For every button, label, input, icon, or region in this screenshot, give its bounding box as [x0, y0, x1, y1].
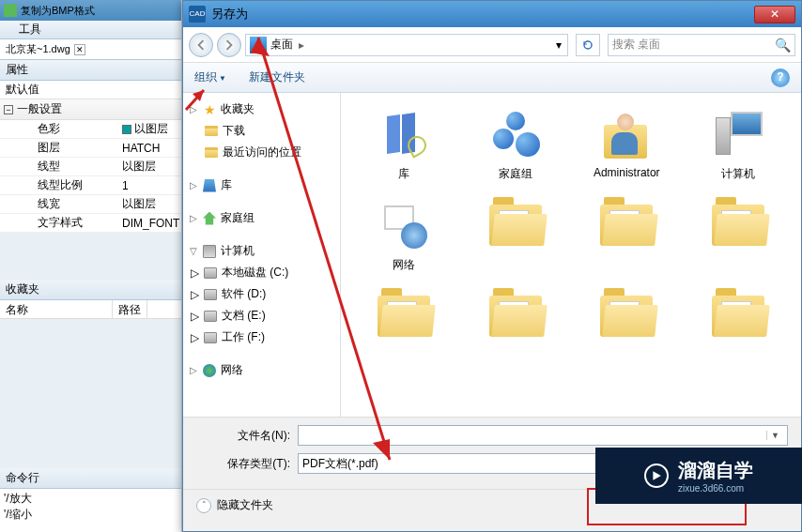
- file-item[interactable]: Administrator: [573, 102, 681, 186]
- toolbar: 组织▼ 新建文件夹 ?: [183, 63, 801, 93]
- help-button[interactable]: ?: [771, 68, 790, 87]
- file-item[interactable]: [685, 284, 793, 352]
- expand-icon[interactable]: ▷: [191, 331, 199, 344]
- organize-button[interactable]: 组织▼: [194, 69, 226, 85]
- new-folder-button[interactable]: 新建文件夹: [249, 69, 305, 85]
- properties-default[interactable]: 默认值: [0, 81, 181, 99]
- folder-icon: [486, 288, 546, 344]
- desktop-icon: [250, 37, 267, 53]
- tree-disk-e[interactable]: ▷ 文档 (E:): [187, 305, 336, 327]
- filename-label: 文件名(N):: [196, 428, 298, 444]
- menu-bar[interactable]: 工具: [0, 21, 181, 39]
- properties-header: 属性: [0, 60, 181, 81]
- close-icon[interactable]: ✕: [74, 44, 85, 55]
- property-row[interactable]: 线宽以图层: [0, 195, 181, 214]
- cmd-line-1: '/缩小: [4, 507, 177, 523]
- general-settings-section[interactable]: − 一般设置: [0, 99, 181, 120]
- expand-icon[interactable]: ▷: [191, 266, 199, 280]
- library-icon: [202, 178, 217, 193]
- tree-recent[interactable]: 最近访问的位置: [187, 142, 336, 163]
- tree-computer[interactable]: ▽ 计算机: [187, 240, 336, 262]
- forward-button[interactable]: [217, 33, 241, 57]
- titlebar-hint: 复制为BMP格式: [21, 4, 95, 18]
- file-grid: 库家庭组Administrator计算机网络: [350, 102, 792, 352]
- properties-table: 色彩以图层图层HATCH线型以图层线型比例1线宽以图层文字样式DIM_FONT: [0, 120, 181, 233]
- disk-icon: [203, 266, 218, 281]
- folder-icon: [596, 197, 656, 253]
- star-icon: ★: [202, 102, 217, 117]
- homegroup-icon: [202, 211, 217, 226]
- chevron-right-icon[interactable]: ▸: [293, 38, 310, 52]
- watermark-sub: zixue.3d66.com: [678, 483, 753, 494]
- property-row[interactable]: 色彩以图层: [0, 120, 181, 139]
- recent-icon: [204, 145, 219, 160]
- bmp-icon: [4, 4, 17, 17]
- watermark: 溜溜自学 zixue.3d66.com: [595, 448, 802, 504]
- chevron-down-icon[interactable]: ▼: [766, 431, 783, 440]
- file-area[interactable]: 库家庭组Administrator计算机网络: [341, 93, 801, 417]
- filename-input[interactable]: ▼: [298, 425, 788, 446]
- tree-homegroup[interactable]: ▷ 家庭组: [187, 207, 336, 229]
- menu-tool[interactable]: 工具: [19, 22, 41, 38]
- file-item[interactable]: 家庭组: [462, 102, 570, 186]
- net-icon: [374, 197, 434, 253]
- computer-icon: [202, 244, 217, 259]
- cmd-line-0: '/放大: [4, 491, 177, 507]
- command-header: 命令行: [0, 468, 181, 489]
- expand-icon[interactable]: ▷: [189, 104, 198, 114]
- file-item[interactable]: [685, 193, 793, 277]
- folder-icon: [374, 288, 434, 344]
- tree-network[interactable]: ▷ 网络: [187, 359, 336, 381]
- file-tab-label: 北京某~1.dwg: [6, 42, 70, 56]
- chevron-up-icon[interactable]: ˄: [196, 498, 211, 513]
- file-item[interactable]: 计算机: [685, 102, 793, 186]
- search-input[interactable]: 搜索 桌面 🔍: [608, 34, 795, 56]
- col-name[interactable]: 名称: [0, 300, 113, 318]
- property-row[interactable]: 线型比例1: [0, 176, 181, 195]
- expand-icon[interactable]: ▷: [189, 180, 198, 190]
- file-tab[interactable]: 北京某~1.dwg ✕: [0, 39, 181, 60]
- expand-icon[interactable]: ▷: [189, 213, 198, 223]
- tree-library[interactable]: ▷ 库: [187, 175, 336, 196]
- file-item[interactable]: 库: [350, 102, 458, 186]
- network-icon: [202, 363, 217, 378]
- expand-icon[interactable]: ▷: [189, 365, 198, 375]
- col-path[interactable]: 路径: [113, 300, 147, 318]
- file-item[interactable]: [462, 193, 570, 277]
- tree-disk-d[interactable]: ▷ 软件 (D:): [187, 283, 336, 305]
- file-item[interactable]: 网络: [350, 193, 458, 277]
- tree-favorites[interactable]: ▷ ★ 收藏夹: [187, 99, 336, 120]
- dialog-titlebar[interactable]: CAD 另存为 ✕: [183, 1, 801, 27]
- disk-icon: [203, 287, 218, 302]
- back-icon: [195, 39, 207, 51]
- close-button[interactable]: ✕: [754, 6, 795, 23]
- location-bar[interactable]: 桌面 ▸ ▾: [245, 34, 568, 56]
- collapse-icon[interactable]: −: [4, 105, 13, 114]
- favorites-header: 收藏夹: [0, 280, 181, 300]
- tree-downloads[interactable]: 下载: [187, 120, 336, 142]
- file-item[interactable]: [462, 284, 570, 352]
- folder-icon: [486, 197, 546, 253]
- dialog-body: ▷ ★ 收藏夹 下载 最近访问的位置 ▷ 库 ▷ 家庭组: [183, 93, 801, 417]
- command-body[interactable]: '/放大 '/缩小: [0, 489, 181, 532]
- folder-icon: [596, 288, 656, 344]
- watermark-main: 溜溜自学: [678, 458, 753, 483]
- expand-icon[interactable]: ▷: [191, 310, 199, 323]
- collapse-icon[interactable]: ▽: [189, 246, 198, 256]
- property-row[interactable]: 文字样式DIM_FONT: [0, 214, 181, 233]
- pc-icon: [708, 106, 768, 162]
- tree-disk-f[interactable]: ▷ 工作 (F:): [187, 327, 336, 348]
- refresh-button[interactable]: [576, 34, 600, 56]
- expand-icon[interactable]: ▷: [191, 288, 199, 301]
- tree-disk-c[interactable]: ▷ 本地磁盘 (C:): [187, 262, 336, 283]
- location-dropdown[interactable]: ▾: [550, 38, 567, 52]
- filename-row: 文件名(N): ▼: [196, 425, 788, 446]
- property-row[interactable]: 图层HATCH: [0, 139, 181, 158]
- file-item[interactable]: [350, 284, 458, 352]
- search-icon: 🔍: [775, 38, 791, 53]
- file-item[interactable]: [573, 284, 681, 352]
- back-button[interactable]: [189, 33, 213, 57]
- property-row[interactable]: 线型以图层: [0, 158, 181, 176]
- file-item[interactable]: [573, 193, 681, 277]
- lib-icon: [374, 106, 434, 162]
